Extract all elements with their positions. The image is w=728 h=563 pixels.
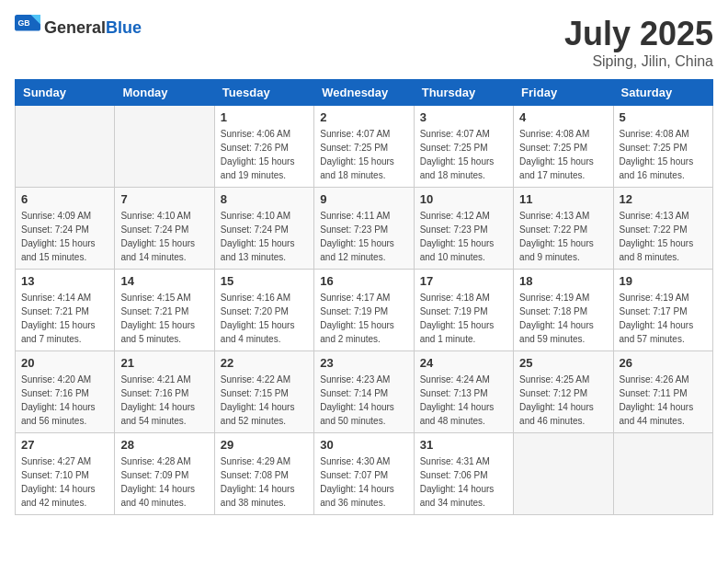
calendar-cell: 2Sunrise: 4:07 AM Sunset: 7:25 PM Daylig… (314, 106, 414, 188)
day-info: Sunrise: 4:25 AM Sunset: 7:12 PM Dayligh… (519, 373, 607, 428)
day-number: 20 (21, 356, 108, 370)
calendar-cell: 20Sunrise: 4:20 AM Sunset: 7:16 PM Dayli… (16, 351, 115, 433)
calendar-cell: 14Sunrise: 4:15 AM Sunset: 7:21 PM Dayli… (115, 270, 214, 351)
calendar-cell: 9Sunrise: 4:11 AM Sunset: 7:23 PM Daylig… (314, 188, 414, 270)
svg-text:GB: GB (18, 18, 30, 28)
title-block: July 2025 Siping, Jilin, China (564, 15, 713, 70)
day-info: Sunrise: 4:22 AM Sunset: 7:15 PM Dayligh… (221, 373, 308, 428)
calendar-week-5: 27Sunrise: 4:27 AM Sunset: 7:10 PM Dayli… (16, 433, 713, 515)
weekday-header-monday: Monday (115, 80, 214, 106)
day-info: Sunrise: 4:08 AM Sunset: 7:25 PM Dayligh… (620, 127, 707, 182)
day-number: 5 (620, 110, 707, 124)
page-header: GB GeneralBlue July 2025 Siping, Jilin, … (15, 15, 713, 70)
calendar-week-4: 20Sunrise: 4:20 AM Sunset: 7:16 PM Dayli… (16, 351, 713, 433)
logo-text-blue: Blue (106, 18, 142, 37)
calendar-location: Siping, Jilin, China (564, 53, 713, 70)
calendar-cell: 27Sunrise: 4:27 AM Sunset: 7:10 PM Dayli… (16, 433, 115, 515)
calendar-cell: 5Sunrise: 4:08 AM Sunset: 7:25 PM Daylig… (613, 106, 712, 188)
day-number: 15 (221, 274, 308, 288)
day-number: 1 (221, 110, 308, 124)
calendar-cell: 31Sunrise: 4:31 AM Sunset: 7:06 PM Dayli… (414, 433, 513, 515)
calendar-cell: 16Sunrise: 4:17 AM Sunset: 7:19 PM Dayli… (314, 270, 414, 351)
day-number: 16 (320, 274, 407, 288)
calendar-cell: 15Sunrise: 4:16 AM Sunset: 7:20 PM Dayli… (214, 270, 313, 351)
day-number: 29 (221, 438, 308, 452)
day-info: Sunrise: 4:09 AM Sunset: 7:24 PM Dayligh… (21, 209, 108, 264)
calendar-cell: 24Sunrise: 4:24 AM Sunset: 7:13 PM Dayli… (414, 351, 513, 433)
day-number: 31 (420, 438, 507, 452)
day-number: 12 (620, 192, 707, 206)
logo-icon: GB (15, 15, 40, 40)
day-number: 19 (620, 274, 707, 288)
calendar-week-2: 6Sunrise: 4:09 AM Sunset: 7:24 PM Daylig… (16, 188, 713, 270)
calendar-cell (16, 106, 115, 188)
calendar-cell: 19Sunrise: 4:19 AM Sunset: 7:17 PM Dayli… (613, 270, 712, 351)
day-number: 21 (120, 356, 208, 370)
calendar-cell: 6Sunrise: 4:09 AM Sunset: 7:24 PM Daylig… (16, 188, 115, 270)
day-info: Sunrise: 4:24 AM Sunset: 7:13 PM Dayligh… (420, 373, 507, 428)
calendar-cell: 28Sunrise: 4:28 AM Sunset: 7:09 PM Dayli… (115, 433, 214, 515)
day-number: 25 (519, 356, 607, 370)
day-number: 24 (420, 356, 507, 370)
day-number: 17 (420, 274, 507, 288)
calendar-cell: 22Sunrise: 4:22 AM Sunset: 7:15 PM Dayli… (214, 351, 313, 433)
calendar-cell: 29Sunrise: 4:29 AM Sunset: 7:08 PM Dayli… (214, 433, 313, 515)
calendar-cell: 4Sunrise: 4:08 AM Sunset: 7:25 PM Daylig… (514, 106, 613, 188)
calendar-cell: 30Sunrise: 4:30 AM Sunset: 7:07 PM Dayli… (314, 433, 414, 515)
day-info: Sunrise: 4:28 AM Sunset: 7:09 PM Dayligh… (120, 454, 208, 510)
calendar-cell (115, 106, 214, 188)
day-number: 22 (221, 356, 308, 370)
day-info: Sunrise: 4:07 AM Sunset: 7:25 PM Dayligh… (420, 127, 507, 182)
logo: GB GeneralBlue (15, 15, 142, 40)
day-info: Sunrise: 4:17 AM Sunset: 7:19 PM Dayligh… (320, 291, 407, 346)
weekday-header-sunday: Sunday (16, 80, 115, 106)
day-info: Sunrise: 4:19 AM Sunset: 7:17 PM Dayligh… (620, 291, 707, 346)
day-number: 9 (320, 192, 407, 206)
calendar-cell: 13Sunrise: 4:14 AM Sunset: 7:21 PM Dayli… (16, 270, 115, 351)
calendar-cell: 26Sunrise: 4:26 AM Sunset: 7:11 PM Dayli… (613, 351, 712, 433)
day-info: Sunrise: 4:12 AM Sunset: 7:23 PM Dayligh… (420, 209, 507, 264)
day-info: Sunrise: 4:26 AM Sunset: 7:11 PM Dayligh… (620, 373, 707, 428)
day-info: Sunrise: 4:15 AM Sunset: 7:21 PM Dayligh… (120, 291, 208, 346)
day-number: 11 (519, 192, 607, 206)
day-info: Sunrise: 4:13 AM Sunset: 7:22 PM Dayligh… (620, 209, 707, 264)
weekday-header-thursday: Thursday (414, 80, 513, 106)
day-number: 18 (519, 274, 607, 288)
day-info: Sunrise: 4:06 AM Sunset: 7:26 PM Dayligh… (221, 127, 308, 182)
day-number: 26 (620, 356, 707, 370)
weekday-header-row: SundayMondayTuesdayWednesdayThursdayFrid… (16, 80, 713, 106)
day-info: Sunrise: 4:30 AM Sunset: 7:07 PM Dayligh… (320, 454, 407, 510)
day-info: Sunrise: 4:10 AM Sunset: 7:24 PM Dayligh… (120, 209, 208, 264)
day-info: Sunrise: 4:23 AM Sunset: 7:14 PM Dayligh… (320, 373, 407, 428)
calendar-cell: 11Sunrise: 4:13 AM Sunset: 7:22 PM Dayli… (514, 188, 613, 270)
day-info: Sunrise: 4:16 AM Sunset: 7:20 PM Dayligh… (221, 291, 308, 346)
day-number: 30 (320, 438, 407, 452)
day-info: Sunrise: 4:29 AM Sunset: 7:08 PM Dayligh… (221, 454, 308, 510)
day-number: 7 (120, 192, 208, 206)
day-info: Sunrise: 4:19 AM Sunset: 7:18 PM Dayligh… (519, 291, 607, 346)
day-info: Sunrise: 4:14 AM Sunset: 7:21 PM Dayligh… (21, 291, 108, 346)
calendar-cell: 21Sunrise: 4:21 AM Sunset: 7:16 PM Dayli… (115, 351, 214, 433)
calendar-table: SundayMondayTuesdayWednesdayThursdayFrid… (15, 79, 713, 515)
calendar-week-3: 13Sunrise: 4:14 AM Sunset: 7:21 PM Dayli… (16, 270, 713, 351)
calendar-cell: 17Sunrise: 4:18 AM Sunset: 7:19 PM Dayli… (414, 270, 513, 351)
calendar-cell: 8Sunrise: 4:10 AM Sunset: 7:24 PM Daylig… (214, 188, 313, 270)
weekday-header-saturday: Saturday (613, 80, 712, 106)
day-info: Sunrise: 4:08 AM Sunset: 7:25 PM Dayligh… (519, 127, 607, 182)
day-info: Sunrise: 4:27 AM Sunset: 7:10 PM Dayligh… (21, 454, 108, 510)
day-number: 14 (120, 274, 208, 288)
weekday-header-tuesday: Tuesday (214, 80, 313, 106)
day-info: Sunrise: 4:07 AM Sunset: 7:25 PM Dayligh… (320, 127, 407, 182)
day-number: 8 (221, 192, 308, 206)
day-info: Sunrise: 4:21 AM Sunset: 7:16 PM Dayligh… (120, 373, 208, 428)
calendar-cell: 18Sunrise: 4:19 AM Sunset: 7:18 PM Dayli… (514, 270, 613, 351)
day-number: 28 (120, 438, 208, 452)
day-number: 23 (320, 356, 407, 370)
day-number: 13 (21, 274, 108, 288)
day-number: 27 (21, 438, 108, 452)
calendar-title: July 2025 (564, 15, 713, 53)
calendar-cell: 25Sunrise: 4:25 AM Sunset: 7:12 PM Dayli… (514, 351, 613, 433)
weekday-header-wednesday: Wednesday (314, 80, 414, 106)
calendar-cell (514, 433, 613, 515)
day-number: 6 (21, 192, 108, 206)
